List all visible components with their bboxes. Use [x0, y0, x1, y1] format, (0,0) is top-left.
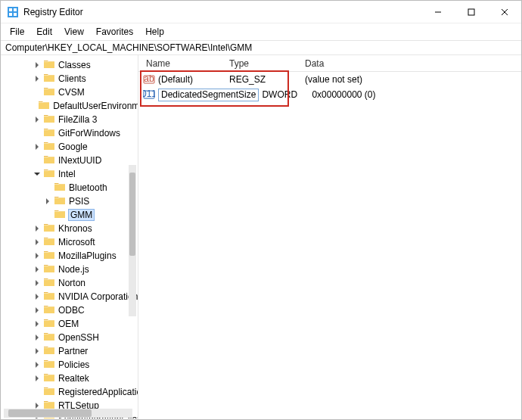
tree-item-label: Intel [58, 169, 76, 179]
maximize-button[interactable] [455, 1, 488, 23]
tree-item[interactable]: GitForWindows [1, 126, 138, 140]
tree-item-label: PSIS [69, 196, 89, 207]
chevron-right-icon[interactable] [33, 115, 42, 124]
value-name-edit-input[interactable]: DedicatedSegmentSize [158, 89, 259, 101]
tree-item[interactable]: OpenSSH [1, 331, 138, 344]
column-header-name[interactable]: Name [138, 58, 222, 69]
column-header-type[interactable]: Type [222, 58, 297, 69]
values-pane: Name Type Data ab (Default) REG_SZ (valu… [138, 55, 521, 419]
column-headers: Name Type Data [138, 55, 521, 72]
chevron-right-icon[interactable] [33, 251, 42, 260]
chevron-right-icon[interactable] [33, 319, 42, 328]
tree-item[interactable]: GMM [1, 208, 138, 222]
registry-tree[interactable]: Classes Clients CVSM DefaultUserEnvironm… [1, 55, 138, 418]
menu-file[interactable]: File [4, 25, 30, 39]
scrollbar-thumb[interactable] [129, 173, 135, 256]
tree-item[interactable]: MozillaPlugins [1, 249, 138, 263]
chevron-right-icon[interactable] [33, 374, 42, 383]
chevron-right-icon[interactable] [33, 265, 42, 274]
chevron-right-icon[interactable] [33, 238, 42, 247]
tree-item[interactable]: ODBC [1, 303, 138, 317]
chevron-right-icon[interactable] [33, 347, 42, 356]
tree-item-label: Norton [58, 278, 85, 288]
chevron-right-icon[interactable] [33, 142, 42, 151]
menu-favorites[interactable]: Favorites [90, 25, 139, 39]
tree-item[interactable]: DefaultUserEnvironment [1, 99, 138, 113]
svg-rect-6 [468, 9, 474, 15]
tree-item[interactable]: Realtek [1, 372, 138, 385]
tree-item-label: Partner [58, 346, 88, 356]
tree-item[interactable]: Node.js [1, 263, 138, 276]
values-list[interactable]: ab (Default) REG_SZ (value not set) 011 … [138, 72, 521, 102]
tree-item[interactable]: Classes [1, 58, 138, 72]
tree-vertical-scrollbar[interactable] [129, 165, 136, 316]
chevron-right-icon[interactable] [33, 224, 42, 233]
chevron-right-icon[interactable] [33, 74, 42, 83]
dword-value-icon: 011 [143, 89, 155, 101]
tree-item[interactable]: Norton [1, 276, 138, 290]
tree-item[interactable]: Clients [1, 72, 138, 86]
tree-item-label: GMM [69, 210, 94, 220]
tree-item-label: Node.js [58, 264, 89, 275]
menubar: File Edit View Favorites Help [1, 23, 521, 40]
chevron-right-icon[interactable] [33, 333, 42, 342]
tree-item[interactable]: Bluetooth [1, 181, 138, 194]
expander-placeholder [43, 183, 52, 192]
folder-icon [43, 235, 58, 250]
tree-item[interactable]: FileZilla 3 [1, 113, 138, 126]
tree-item-label: RegisteredApplications [58, 387, 138, 397]
tree-item[interactable]: CVSM [1, 86, 138, 99]
value-type: DWORD [259, 89, 312, 100]
chevron-right-icon[interactable] [33, 278, 42, 288]
tree-item[interactable]: NVIDIA Corporation [1, 290, 138, 303]
folder-icon [43, 344, 58, 359]
tree-item[interactable]: PSIS [1, 194, 138, 208]
tree-item[interactable]: Partner [1, 344, 138, 358]
minimize-button[interactable] [421, 1, 455, 23]
folder-icon [43, 58, 58, 73]
value-row[interactable]: 011 DedicatedSegmentSize DWORD 0x0000000… [138, 87, 521, 102]
tree-item[interactable]: Intel [1, 167, 138, 181]
chevron-right-icon[interactable] [33, 292, 42, 301]
tree-item-label: NVIDIA Corporation [58, 291, 138, 302]
tree-item-label: CVSM [58, 87, 85, 98]
tree-item[interactable]: Policies [1, 358, 138, 372]
tree-item[interactable]: OEM [1, 317, 138, 331]
menu-edit[interactable]: Edit [30, 25, 58, 39]
string-value-icon: ab [143, 73, 155, 86]
chevron-right-icon[interactable] [43, 197, 52, 206]
folder-icon [43, 154, 58, 168]
chevron-down-icon[interactable] [33, 170, 42, 179]
expander-placeholder [33, 88, 42, 97]
tree-item[interactable]: RegisteredApplications [1, 385, 138, 399]
value-data: (value not set) [305, 74, 521, 85]
address-bar[interactable]: Computer\HKEY_LOCAL_MACHINE\SOFTWARE\Int… [1, 40, 521, 55]
expander-placeholder [33, 129, 42, 138]
tree-item[interactable]: Google [1, 140, 138, 154]
tree-horizontal-scrollbar[interactable] [4, 409, 132, 418]
tree-pane: Classes Clients CVSM DefaultUserEnvironm… [1, 55, 138, 419]
window-title: Registry Editor [23, 7, 83, 17]
menu-help[interactable]: Help [139, 25, 170, 39]
folder-icon [43, 72, 58, 86]
tree-item[interactable]: INextUUID [1, 154, 138, 167]
column-header-data[interactable]: Data [297, 58, 521, 69]
menu-view[interactable]: View [58, 25, 90, 39]
close-button[interactable] [488, 1, 521, 23]
tree-item[interactable]: Microsoft [1, 235, 138, 249]
svg-rect-4 [14, 13, 17, 16]
svg-rect-1 [9, 8, 12, 11]
scrollbar-thumb[interactable] [8, 409, 92, 417]
folder-icon [43, 331, 58, 345]
tree-item[interactable]: Khronos [1, 222, 138, 235]
svg-rect-3 [9, 13, 12, 16]
chevron-right-icon[interactable] [33, 360, 42, 369]
tree-item-label: OpenSSH [58, 332, 99, 343]
chevron-right-icon[interactable] [33, 306, 42, 315]
value-row[interactable]: ab (Default) REG_SZ (value not set) [138, 72, 521, 87]
chevron-right-icon[interactable] [33, 61, 42, 70]
tree-item-label: Khronos [58, 223, 92, 234]
folder-icon [43, 86, 58, 100]
value-type: REG_SZ [229, 74, 305, 85]
tree-item-label: DefaultUserEnvironment [53, 101, 138, 111]
